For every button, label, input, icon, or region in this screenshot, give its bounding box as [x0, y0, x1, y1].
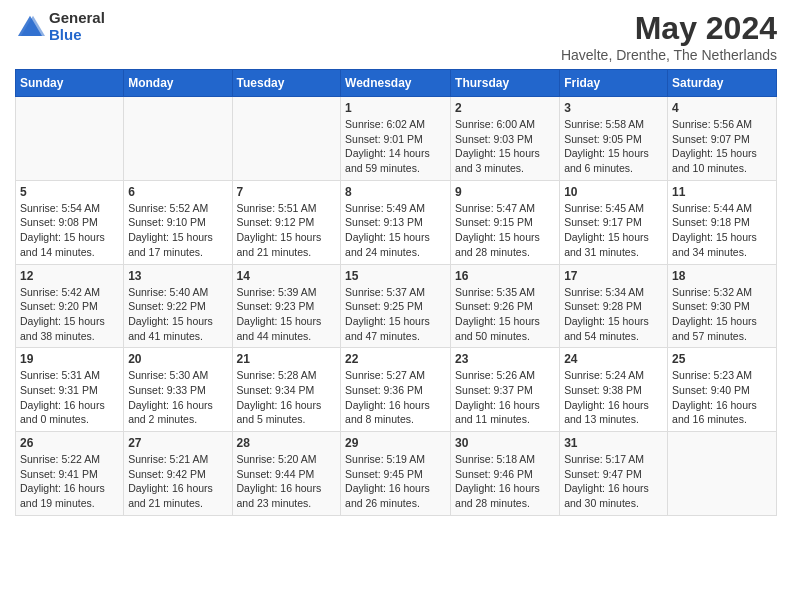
- day-detail: Sunrise: 5:22 AM Sunset: 9:41 PM Dayligh…: [20, 452, 119, 511]
- day-cell: 22Sunrise: 5:27 AM Sunset: 9:36 PM Dayli…: [341, 348, 451, 432]
- day-number: 14: [237, 269, 337, 283]
- day-detail: Sunrise: 5:31 AM Sunset: 9:31 PM Dayligh…: [20, 368, 119, 427]
- week-row-2: 5Sunrise: 5:54 AM Sunset: 9:08 PM Daylig…: [16, 180, 777, 264]
- day-detail: Sunrise: 5:35 AM Sunset: 9:26 PM Dayligh…: [455, 285, 555, 344]
- day-detail: Sunrise: 5:32 AM Sunset: 9:30 PM Dayligh…: [672, 285, 772, 344]
- day-number: 23: [455, 352, 555, 366]
- day-number: 17: [564, 269, 663, 283]
- header-row: SundayMondayTuesdayWednesdayThursdayFrid…: [16, 70, 777, 97]
- day-cell: 5Sunrise: 5:54 AM Sunset: 9:08 PM Daylig…: [16, 180, 124, 264]
- day-detail: Sunrise: 5:21 AM Sunset: 9:42 PM Dayligh…: [128, 452, 227, 511]
- day-number: 30: [455, 436, 555, 450]
- day-cell: 28Sunrise: 5:20 AM Sunset: 9:44 PM Dayli…: [232, 432, 341, 516]
- day-detail: Sunrise: 5:51 AM Sunset: 9:12 PM Dayligh…: [237, 201, 337, 260]
- day-number: 1: [345, 101, 446, 115]
- day-cell: 11Sunrise: 5:44 AM Sunset: 9:18 PM Dayli…: [668, 180, 777, 264]
- header-cell-tuesday: Tuesday: [232, 70, 341, 97]
- day-number: 31: [564, 436, 663, 450]
- day-detail: Sunrise: 5:47 AM Sunset: 9:15 PM Dayligh…: [455, 201, 555, 260]
- day-cell: 12Sunrise: 5:42 AM Sunset: 9:20 PM Dayli…: [16, 264, 124, 348]
- day-cell: 10Sunrise: 5:45 AM Sunset: 9:17 PM Dayli…: [560, 180, 668, 264]
- day-detail: Sunrise: 5:30 AM Sunset: 9:33 PM Dayligh…: [128, 368, 227, 427]
- day-cell: 1Sunrise: 6:02 AM Sunset: 9:01 PM Daylig…: [341, 97, 451, 181]
- day-cell: 30Sunrise: 5:18 AM Sunset: 9:46 PM Dayli…: [451, 432, 560, 516]
- header-cell-saturday: Saturday: [668, 70, 777, 97]
- header-cell-monday: Monday: [124, 70, 232, 97]
- day-number: 18: [672, 269, 772, 283]
- day-cell: 19Sunrise: 5:31 AM Sunset: 9:31 PM Dayli…: [16, 348, 124, 432]
- day-number: 13: [128, 269, 227, 283]
- day-number: 15: [345, 269, 446, 283]
- day-cell: 2Sunrise: 6:00 AM Sunset: 9:03 PM Daylig…: [451, 97, 560, 181]
- day-number: 21: [237, 352, 337, 366]
- day-cell: 3Sunrise: 5:58 AM Sunset: 9:05 PM Daylig…: [560, 97, 668, 181]
- logo-text: General Blue: [49, 10, 105, 43]
- day-detail: Sunrise: 5:20 AM Sunset: 9:44 PM Dayligh…: [237, 452, 337, 511]
- day-detail: Sunrise: 5:58 AM Sunset: 9:05 PM Dayligh…: [564, 117, 663, 176]
- day-detail: Sunrise: 5:26 AM Sunset: 9:37 PM Dayligh…: [455, 368, 555, 427]
- day-cell: [124, 97, 232, 181]
- title-block: May 2024 Havelte, Drenthe, The Netherlan…: [561, 10, 777, 63]
- day-detail: Sunrise: 5:18 AM Sunset: 9:46 PM Dayligh…: [455, 452, 555, 511]
- day-detail: Sunrise: 5:49 AM Sunset: 9:13 PM Dayligh…: [345, 201, 446, 260]
- day-cell: 6Sunrise: 5:52 AM Sunset: 9:10 PM Daylig…: [124, 180, 232, 264]
- day-detail: Sunrise: 5:24 AM Sunset: 9:38 PM Dayligh…: [564, 368, 663, 427]
- day-detail: Sunrise: 5:34 AM Sunset: 9:28 PM Dayligh…: [564, 285, 663, 344]
- day-cell: 23Sunrise: 5:26 AM Sunset: 9:37 PM Dayli…: [451, 348, 560, 432]
- day-number: 8: [345, 185, 446, 199]
- day-detail: Sunrise: 5:19 AM Sunset: 9:45 PM Dayligh…: [345, 452, 446, 511]
- day-detail: Sunrise: 5:40 AM Sunset: 9:22 PM Dayligh…: [128, 285, 227, 344]
- calendar-header: SundayMondayTuesdayWednesdayThursdayFrid…: [16, 70, 777, 97]
- week-row-1: 1Sunrise: 6:02 AM Sunset: 9:01 PM Daylig…: [16, 97, 777, 181]
- calendar-table: SundayMondayTuesdayWednesdayThursdayFrid…: [15, 69, 777, 516]
- day-detail: Sunrise: 6:02 AM Sunset: 9:01 PM Dayligh…: [345, 117, 446, 176]
- week-row-5: 26Sunrise: 5:22 AM Sunset: 9:41 PM Dayli…: [16, 432, 777, 516]
- logo-general-text: General: [49, 10, 105, 27]
- day-cell: [668, 432, 777, 516]
- header-cell-sunday: Sunday: [16, 70, 124, 97]
- day-detail: Sunrise: 5:42 AM Sunset: 9:20 PM Dayligh…: [20, 285, 119, 344]
- day-number: 2: [455, 101, 555, 115]
- day-number: 4: [672, 101, 772, 115]
- day-number: 25: [672, 352, 772, 366]
- day-detail: Sunrise: 5:27 AM Sunset: 9:36 PM Dayligh…: [345, 368, 446, 427]
- day-number: 26: [20, 436, 119, 450]
- day-number: 10: [564, 185, 663, 199]
- day-cell: 18Sunrise: 5:32 AM Sunset: 9:30 PM Dayli…: [668, 264, 777, 348]
- day-detail: Sunrise: 5:23 AM Sunset: 9:40 PM Dayligh…: [672, 368, 772, 427]
- day-cell: 7Sunrise: 5:51 AM Sunset: 9:12 PM Daylig…: [232, 180, 341, 264]
- day-detail: Sunrise: 6:00 AM Sunset: 9:03 PM Dayligh…: [455, 117, 555, 176]
- logo-blue-text: Blue: [49, 27, 105, 44]
- day-cell: 16Sunrise: 5:35 AM Sunset: 9:26 PM Dayli…: [451, 264, 560, 348]
- day-detail: Sunrise: 5:45 AM Sunset: 9:17 PM Dayligh…: [564, 201, 663, 260]
- day-cell: 14Sunrise: 5:39 AM Sunset: 9:23 PM Dayli…: [232, 264, 341, 348]
- week-row-4: 19Sunrise: 5:31 AM Sunset: 9:31 PM Dayli…: [16, 348, 777, 432]
- header-cell-friday: Friday: [560, 70, 668, 97]
- day-cell: 31Sunrise: 5:17 AM Sunset: 9:47 PM Dayli…: [560, 432, 668, 516]
- day-detail: Sunrise: 5:54 AM Sunset: 9:08 PM Dayligh…: [20, 201, 119, 260]
- week-row-3: 12Sunrise: 5:42 AM Sunset: 9:20 PM Dayli…: [16, 264, 777, 348]
- day-number: 5: [20, 185, 119, 199]
- day-cell: 15Sunrise: 5:37 AM Sunset: 9:25 PM Dayli…: [341, 264, 451, 348]
- day-detail: Sunrise: 5:52 AM Sunset: 9:10 PM Dayligh…: [128, 201, 227, 260]
- day-detail: Sunrise: 5:56 AM Sunset: 9:07 PM Dayligh…: [672, 117, 772, 176]
- day-detail: Sunrise: 5:28 AM Sunset: 9:34 PM Dayligh…: [237, 368, 337, 427]
- day-number: 28: [237, 436, 337, 450]
- day-cell: [16, 97, 124, 181]
- day-cell: 8Sunrise: 5:49 AM Sunset: 9:13 PM Daylig…: [341, 180, 451, 264]
- day-cell: 17Sunrise: 5:34 AM Sunset: 9:28 PM Dayli…: [560, 264, 668, 348]
- page-header: General Blue May 2024 Havelte, Drenthe, …: [15, 10, 777, 63]
- day-number: 19: [20, 352, 119, 366]
- day-cell: 20Sunrise: 5:30 AM Sunset: 9:33 PM Dayli…: [124, 348, 232, 432]
- logo-icon: [15, 12, 45, 42]
- day-detail: Sunrise: 5:39 AM Sunset: 9:23 PM Dayligh…: [237, 285, 337, 344]
- day-number: 11: [672, 185, 772, 199]
- day-number: 20: [128, 352, 227, 366]
- header-cell-wednesday: Wednesday: [341, 70, 451, 97]
- day-cell: 21Sunrise: 5:28 AM Sunset: 9:34 PM Dayli…: [232, 348, 341, 432]
- day-detail: Sunrise: 5:17 AM Sunset: 9:47 PM Dayligh…: [564, 452, 663, 511]
- subtitle: Havelte, Drenthe, The Netherlands: [561, 47, 777, 63]
- day-number: 24: [564, 352, 663, 366]
- day-number: 3: [564, 101, 663, 115]
- day-cell: 27Sunrise: 5:21 AM Sunset: 9:42 PM Dayli…: [124, 432, 232, 516]
